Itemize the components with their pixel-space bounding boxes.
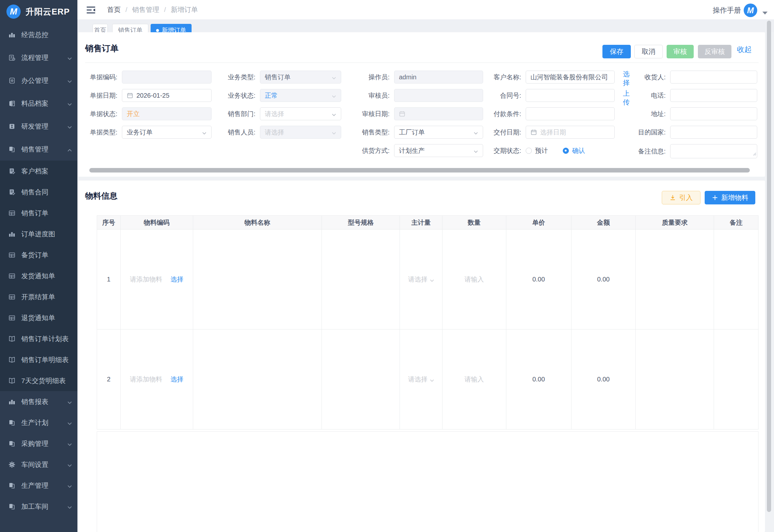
- sidebar-subitem-3[interactable]: 订单进度图: [0, 223, 77, 244]
- form-field-row: 付款条件:: [483, 107, 615, 120]
- field-value: 开立: [127, 110, 140, 118]
- chevron-down-icon: [67, 441, 72, 446]
- field-sales-type[interactable]: 工厂订单: [394, 126, 483, 139]
- select-customer-link[interactable]: 选择: [622, 70, 630, 87]
- copy-icon: [8, 146, 15, 153]
- field-value: 业务订单: [127, 128, 153, 137]
- add-material-button[interactable]: 新增物料: [705, 191, 755, 204]
- field-delivery-date[interactable]: 选择日期: [526, 126, 615, 139]
- field-value: 工厂订单: [399, 128, 425, 137]
- sidebar-item-4[interactable]: 研发管理: [0, 115, 77, 138]
- field-delivery-status: 预计确认: [526, 144, 585, 157]
- import-button[interactable]: 引入: [662, 191, 700, 204]
- upload-link[interactable]: 上传: [622, 89, 630, 106]
- pick-material-link[interactable]: 选择: [171, 275, 184, 284]
- book-icon: [8, 377, 15, 384]
- field-value: 计划生产: [399, 146, 425, 155]
- cell-material-picker: 请添加物料选择: [121, 330, 193, 429]
- field-label-dest-country: 目的国家:: [636, 128, 670, 137]
- unit-select[interactable]: 请选择: [408, 275, 434, 284]
- manual-link[interactable]: 操作手册: [713, 5, 741, 15]
- form-col-5: 收货人:电话:地址:目的国家:备注信息:: [636, 71, 757, 158]
- pick-material-link[interactable]: 选择: [171, 375, 184, 384]
- sidebar-item-label: 销售管理: [21, 145, 67, 154]
- copy-icon: [8, 419, 15, 426]
- unaudit-button[interactable]: 反审核: [698, 45, 731, 58]
- sidebar-subitem-9[interactable]: 销售订单明细表: [0, 349, 77, 370]
- field-label-supply-mode: 供货方式:: [356, 146, 394, 155]
- sidebar-collapse-icon[interactable]: [86, 5, 96, 15]
- radio-checked[interactable]: 确认: [563, 146, 585, 155]
- radio-unchecked[interactable]: 预计: [526, 146, 548, 155]
- sidebar-item-2[interactable]: 办公管理: [0, 69, 77, 92]
- table-header-row: 序号物料编码物料名称型号规格主计量数量单价金额质量要求备注: [97, 215, 759, 230]
- sidebar-subitem-1[interactable]: 销售合同: [0, 182, 77, 202]
- field-doc-type[interactable]: 业务订单: [122, 126, 212, 139]
- sidebar-subitem-6[interactable]: 开票结算单: [0, 286, 77, 307]
- table-icon: [8, 293, 15, 300]
- material-placeholder: 请添加物料: [130, 375, 162, 384]
- cell-quality: [636, 330, 714, 429]
- sidebar-subitem-5[interactable]: 发货通知单: [0, 265, 77, 286]
- calendar-icon: [531, 129, 537, 135]
- avatar[interactable]: M: [744, 4, 757, 17]
- field-contract-no[interactable]: [526, 89, 615, 102]
- sidebar-item-1[interactable]: 流程管理: [0, 46, 77, 69]
- field-label-sales-dept: 销售部门:: [222, 110, 260, 118]
- quantity-placeholder: 请输入: [464, 275, 484, 284]
- sidebar-subitem-2[interactable]: 销售订单: [0, 202, 77, 223]
- table-header-cell: 金额: [571, 216, 636, 229]
- sidebar-item-6[interactable]: 销售报表: [0, 391, 77, 412]
- sidebar-subitem-10[interactable]: 7天交货明细表: [0, 370, 77, 391]
- save-button[interactable]: 保存: [602, 45, 631, 58]
- field-sales-dept[interactable]: 请选择: [260, 107, 341, 120]
- field-remarks[interactable]: [670, 144, 757, 158]
- sidebar-subitem-7[interactable]: 退货通知单: [0, 307, 77, 328]
- table-header-cell: 质量要求: [636, 216, 714, 229]
- field-supply-mode[interactable]: 计划生产: [394, 144, 483, 157]
- cell-quantity[interactable]: 请输入: [442, 330, 506, 429]
- flow-icon: [8, 54, 15, 61]
- field-label-operator: 操作员:: [356, 73, 394, 82]
- radio-dot-icon: [526, 148, 532, 154]
- breadcrumb-item[interactable]: 新增订单: [171, 5, 198, 14]
- cell-quantity[interactable]: 请输入: [442, 230, 506, 329]
- field-dest-country[interactable]: [670, 126, 757, 139]
- copy-icon: [8, 482, 15, 489]
- sidebar-item-7[interactable]: 生产计划: [0, 412, 77, 433]
- form-field-row: 销售人员:请选择: [222, 126, 341, 139]
- materials-title: 物料信息: [85, 191, 117, 201]
- sidebar-subitem-4[interactable]: 备货订单: [0, 244, 77, 265]
- sidebar-item-0[interactable]: 经营总控: [0, 23, 77, 46]
- sidebar-item-5[interactable]: 销售管理: [0, 138, 77, 161]
- horizontal-scrollbar[interactable]: [89, 168, 750, 172]
- field-phone[interactable]: [670, 89, 757, 102]
- cancel-button[interactable]: 取消: [634, 45, 663, 58]
- breadcrumb-item[interactable]: 销售管理: [132, 5, 159, 14]
- field-doc-date[interactable]: 2026-01-25: [122, 89, 212, 102]
- sidebar-subitem-0[interactable]: 客户档案: [0, 161, 77, 182]
- unit-select[interactable]: 请选择: [408, 375, 434, 384]
- table-header-cell: 备注: [714, 216, 758, 229]
- form-field-row: 业务状态:正常: [222, 89, 341, 102]
- form-col-2: 业务类型:销售订单业务状态:正常销售部门:请选择销售人员:请选择: [222, 71, 341, 139]
- table-empty-area: [97, 431, 759, 532]
- sidebar-item-8[interactable]: 采购管理: [0, 433, 77, 454]
- field-consignee[interactable]: [670, 71, 757, 84]
- chevron-down-icon: [67, 483, 72, 488]
- field-customer-name[interactable]: 山河智能装备股份有限公司: [526, 71, 615, 84]
- field-value: 销售订单: [265, 73, 291, 82]
- field-payment-terms[interactable]: [526, 107, 615, 120]
- vertical-scrollbar[interactable]: [767, 21, 771, 512]
- field-address[interactable]: [670, 107, 757, 120]
- sidebar-item-11[interactable]: 加工车间: [0, 496, 77, 517]
- breadcrumb-item[interactable]: 首页: [107, 5, 121, 14]
- sidebar-subitem-8[interactable]: 销售订单计划表: [0, 328, 77, 349]
- sidebar-item-9[interactable]: 车间设置: [0, 454, 77, 475]
- gear-icon: [8, 461, 15, 468]
- collapse-link[interactable]: 收起: [737, 44, 752, 54]
- sidebar-item-10[interactable]: 生产管理: [0, 475, 77, 496]
- sidebar-item-3[interactable]: 料品档案: [0, 92, 77, 115]
- chevron-down-icon[interactable]: [762, 12, 768, 15]
- audit-button[interactable]: 审核: [667, 45, 694, 58]
